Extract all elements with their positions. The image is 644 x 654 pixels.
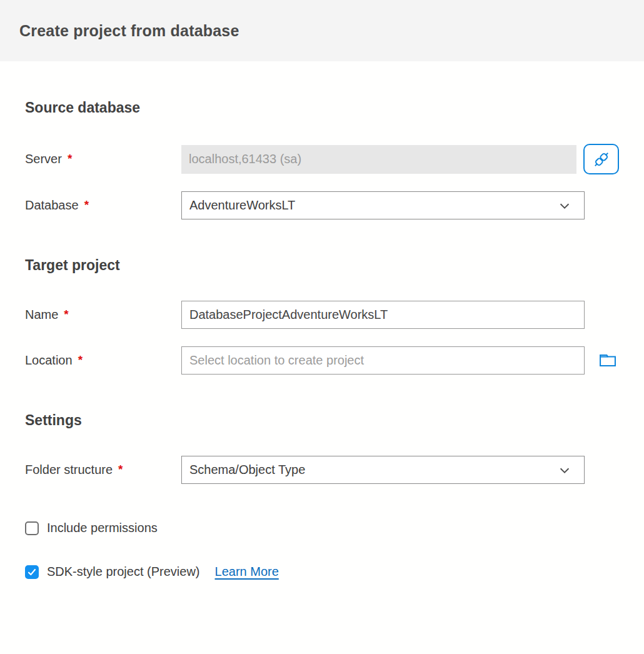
- server-label: Server*: [25, 152, 181, 166]
- create-project-dialog: Create project from database Source data…: [0, 0, 644, 654]
- required-asterisk: *: [84, 198, 89, 211]
- learn-more-link[interactable]: Learn More: [215, 565, 279, 579]
- dialog-body: Source database Server* Database*: [0, 99, 644, 579]
- database-row: Database* AdventureWorksLT: [25, 191, 619, 219]
- sdk-style-checkbox[interactable]: [25, 565, 39, 579]
- include-permissions-checkbox[interactable]: [25, 521, 39, 535]
- location-row: Location*: [25, 346, 619, 375]
- browse-folder-button[interactable]: [599, 353, 616, 368]
- location-label-text: Location: [25, 353, 73, 367]
- required-asterisk: *: [68, 152, 72, 165]
- folder-structure-label-text: Folder structure: [25, 463, 113, 476]
- required-asterisk: *: [78, 353, 83, 366]
- chevron-down-icon: [558, 199, 571, 213]
- section-heading-settings: Settings: [25, 411, 619, 429]
- sdk-style-row: SDK-style project (Preview) Learn More: [25, 565, 619, 579]
- folder-structure-dropdown[interactable]: Schema/Object Type: [181, 456, 585, 484]
- required-asterisk: *: [64, 308, 68, 321]
- folder-structure-label: Folder structure*: [25, 463, 181, 477]
- sdk-style-label: SDK-style project (Preview): [47, 565, 200, 579]
- name-row: Name*: [25, 301, 619, 329]
- server-row: Server*: [25, 144, 619, 174]
- checkmark-icon: [27, 567, 37, 577]
- include-permissions-row: Include permissions: [25, 521, 619, 535]
- location-input[interactable]: [181, 346, 585, 375]
- page-title: Create project from database: [19, 22, 239, 40]
- server-input: [181, 145, 576, 174]
- section-heading-target-project: Target project: [25, 256, 619, 274]
- connect-button[interactable]: [583, 144, 619, 174]
- name-label: Name*: [25, 308, 181, 322]
- folder-structure-row: Folder structure* Schema/Object Type: [25, 456, 619, 484]
- location-label: Location*: [25, 353, 181, 368]
- folder-structure-dropdown-value: Schema/Object Type: [189, 463, 305, 477]
- chevron-down-icon: [558, 463, 571, 477]
- name-label-text: Name: [25, 308, 58, 321]
- required-asterisk: *: [118, 463, 123, 476]
- include-permissions-label: Include permissions: [47, 521, 158, 535]
- server-label-text: Server: [25, 152, 62, 166]
- section-heading-source-database: Source database: [25, 99, 619, 116]
- dialog-header: Create project from database: [0, 0, 644, 61]
- database-label: Database*: [25, 198, 181, 213]
- database-label-text: Database: [25, 198, 79, 212]
- database-dropdown[interactable]: AdventureWorksLT: [181, 191, 585, 219]
- database-dropdown-value: AdventureWorksLT: [189, 198, 295, 213]
- folder-icon: [599, 353, 616, 368]
- plug-icon: [591, 149, 611, 169]
- project-name-input[interactable]: [181, 301, 585, 329]
